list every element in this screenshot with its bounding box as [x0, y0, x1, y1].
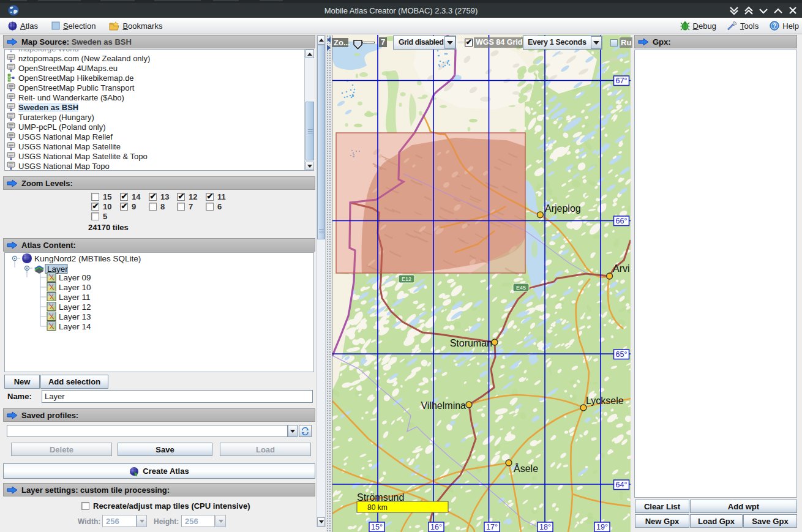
svg-text:80 km: 80 km [367, 503, 388, 512]
svg-text:Strömsund: Strömsund [357, 492, 404, 503]
svg-text:16°: 16° [430, 523, 442, 531]
svg-text:19°: 19° [596, 523, 608, 531]
svg-text:Åsele: Åsele [514, 463, 538, 474]
svg-text:Layer 14: Layer 14 [59, 322, 91, 331]
svg-text:KungNord2 (MBTiles SQLite): KungNord2 (MBTiles SQLite) [34, 254, 141, 263]
svg-text:67°: 67° [616, 77, 628, 85]
svg-text:66°: 66° [616, 217, 628, 225]
svg-text:Layer 11: Layer 11 [59, 293, 91, 302]
svg-text:Lycksele: Lycksele [586, 395, 624, 406]
svg-text:15°: 15° [371, 523, 383, 531]
svg-text:Layer 10: Layer 10 [59, 283, 91, 292]
svg-text:Layer 09: Layer 09 [59, 273, 91, 282]
svg-text:17°: 17° [486, 523, 498, 531]
svg-text:Layer: Layer [47, 264, 68, 274]
svg-text:Layer 12: Layer 12 [59, 302, 91, 312]
svg-text:Layer 13: Layer 13 [59, 312, 91, 321]
svg-text:E12: E12 [402, 276, 411, 282]
svg-text:64°: 64° [616, 481, 628, 489]
svg-text:Vilhelmina: Vilhelmina [421, 400, 466, 411]
svg-text:Arvi: Arvi [613, 263, 630, 274]
svg-text:Arjeplog: Arjeplog [545, 203, 581, 214]
svg-text:E45: E45 [516, 285, 526, 291]
svg-text:18°: 18° [539, 523, 551, 531]
svg-text:Storuman: Storuman [450, 338, 492, 348]
svg-text:65°: 65° [616, 350, 628, 359]
svg-text:?: ? [773, 23, 776, 29]
